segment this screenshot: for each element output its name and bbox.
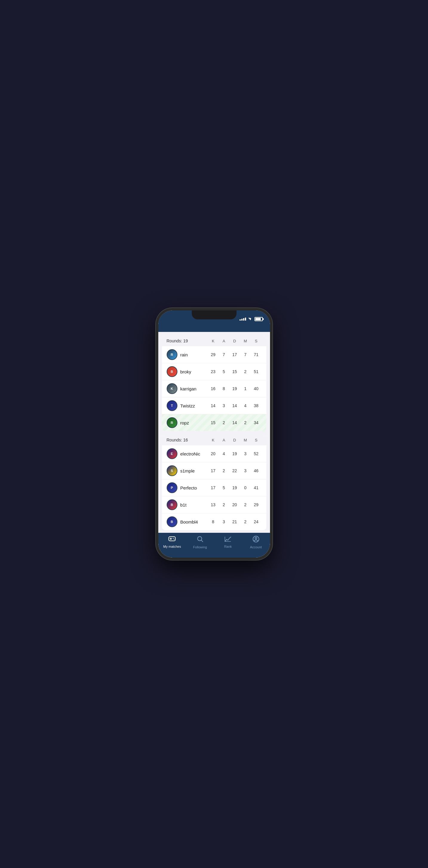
player-name: Boombl4 (180, 519, 208, 524)
player-row[interactable]: BBoombl48321224 (162, 514, 266, 530)
stat-a: 7 (219, 352, 229, 357)
player-stats: 14314438 (208, 403, 262, 408)
nav-icon-0 (168, 536, 176, 544)
player-row[interactable]: Kkarrigan16819140 (162, 380, 266, 397)
nav-item-following[interactable]: Following (186, 536, 214, 549)
stat-a: 2 (219, 468, 229, 473)
col-header-S: S (251, 339, 262, 343)
stat-k: 20 (208, 451, 219, 456)
stat-d: 21 (229, 519, 240, 524)
stat-s: 52 (251, 451, 262, 456)
player-stats: 17519041 (208, 485, 262, 490)
nav-item-rank[interactable]: Rank (214, 536, 242, 548)
stat-a: 5 (219, 369, 229, 374)
stat-k: 14 (208, 403, 219, 408)
player-avatar: B (167, 366, 177, 377)
stat-d: 19 (229, 386, 240, 391)
stat-d: 17 (229, 352, 240, 357)
player-stats: 23515251 (208, 369, 262, 374)
stat-s: 40 (251, 386, 262, 391)
nav-item-account[interactable]: Account (242, 536, 270, 549)
stat-m: 3 (240, 451, 251, 456)
match-section-1: Rounds: 16KADMSEelectroNic20419352Ss1mpl… (162, 435, 266, 530)
player-avatar: T (167, 400, 177, 411)
col-header-D: D (229, 438, 240, 442)
match-section-0: Rounds: 19KADMSRrain29717771Bbroky235152… (162, 336, 266, 431)
player-stats: 13220229 (208, 502, 262, 507)
player-avatar: B (167, 499, 177, 510)
stat-a: 4 (219, 451, 229, 456)
nav-label-0: My matches (163, 545, 181, 548)
col-header-M: M (240, 438, 251, 442)
stat-m: 0 (240, 485, 251, 490)
player-row[interactable]: Rropz15214234 (162, 414, 266, 431)
stat-a: 5 (219, 485, 229, 490)
rounds-label-0: Rounds: 19 (167, 339, 208, 343)
stat-d: 15 (229, 369, 240, 374)
stat-s: 34 (251, 420, 262, 425)
stat-k: 17 (208, 468, 219, 473)
nav-item-my-matches[interactable]: My matches (158, 536, 187, 548)
player-row[interactable]: PPerfecto17519041 (162, 479, 266, 496)
stat-s: 51 (251, 369, 262, 374)
svg-point-10 (255, 537, 257, 539)
player-name: broky (180, 369, 208, 374)
stat-d: 19 (229, 451, 240, 456)
nav-icon-1 (197, 536, 203, 544)
stat-k: 8 (208, 519, 219, 524)
col-header-A: A (219, 438, 229, 442)
player-avatar: B (167, 516, 177, 527)
player-row[interactable]: EelectroNic20419352 (162, 445, 266, 462)
player-row[interactable]: Bb1t13220229 (162, 496, 266, 514)
player-avatar: P (167, 483, 177, 493)
player-name: Twistzz (180, 403, 208, 408)
nav-label-2: Rank (224, 545, 232, 548)
rounds-label-1: Rounds: 16 (167, 438, 208, 442)
stat-k: 29 (208, 352, 219, 357)
stat-d: 22 (229, 468, 240, 473)
stat-s: 29 (251, 502, 262, 507)
stat-m: 2 (240, 369, 251, 374)
stat-d: 20 (229, 502, 240, 507)
player-stats: 16819140 (208, 386, 262, 391)
stat-m: 2 (240, 420, 251, 425)
col-header-M: M (240, 339, 251, 343)
stat-s: 38 (251, 403, 262, 408)
main-content: Rounds: 19KADMSRrain29717771Bbroky235152… (158, 332, 270, 533)
player-row[interactable]: Ss1mple17222346 (162, 462, 266, 479)
player-name: Perfecto (180, 485, 208, 490)
svg-point-4 (174, 539, 174, 539)
bottom-nav: My matches Following Rank Account (158, 533, 270, 558)
player-avatar: R (167, 349, 177, 360)
player-row[interactable]: Bbroky23515251 (162, 363, 266, 380)
nav-icon-2 (225, 536, 231, 544)
player-name: rain (180, 352, 208, 357)
col-header-K: K (208, 438, 219, 442)
col-header-K: K (208, 339, 219, 343)
col-headers-0: KADMS (208, 339, 262, 343)
stat-a: 2 (219, 420, 229, 425)
stat-a: 2 (219, 502, 229, 507)
col-header-S: S (251, 438, 262, 442)
player-avatar: K (167, 383, 177, 394)
stat-d: 14 (229, 420, 240, 425)
player-row[interactable]: Rrain29717771 (162, 346, 266, 363)
player-name: karrigan (180, 386, 208, 391)
section-header-1: Rounds: 16KADMS (162, 435, 266, 445)
notch (192, 310, 236, 319)
stat-s: 41 (251, 485, 262, 490)
phone-screen: Rounds: 19KADMSRrain29717771Bbroky235152… (158, 310, 270, 558)
battery-icon (254, 317, 263, 321)
stat-s: 71 (251, 352, 262, 357)
col-header-D: D (229, 339, 240, 343)
svg-point-3 (173, 538, 174, 538)
stat-a: 3 (219, 403, 229, 408)
col-header-A: A (219, 339, 229, 343)
stat-a: 3 (219, 519, 229, 524)
player-stats: 20419352 (208, 451, 262, 456)
signal-bars (239, 318, 246, 320)
col-headers-1: KADMS (208, 438, 262, 442)
stat-k: 15 (208, 420, 219, 425)
player-row[interactable]: TTwistzz14314438 (162, 397, 266, 414)
nav-icon-3 (253, 536, 259, 544)
